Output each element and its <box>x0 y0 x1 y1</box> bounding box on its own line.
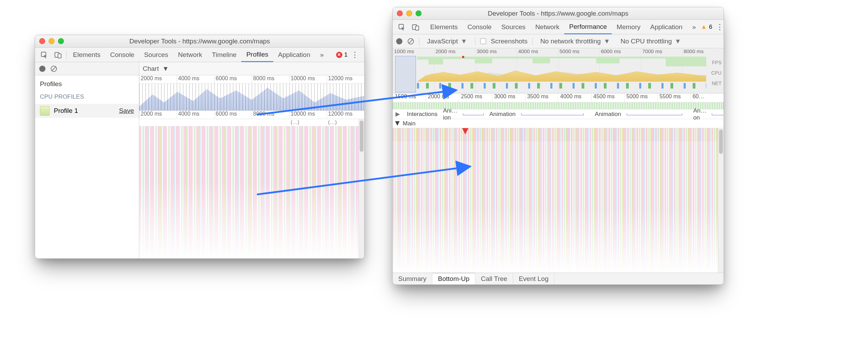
axis-tick: 2000 ms <box>426 93 459 102</box>
more-menu-icon[interactable]: ⋮ <box>348 50 362 59</box>
vertical-scrollbar[interactable] <box>359 119 364 258</box>
screenshots-checkbox[interactable] <box>480 38 486 44</box>
axis-tick: 6000 ms <box>214 75 252 83</box>
dropdown-label: No network throttling <box>540 38 601 45</box>
tab-bottom-up[interactable]: Bottom-Up <box>432 273 475 284</box>
tab-summary[interactable]: Summary <box>393 273 432 284</box>
chart-view-dropdown[interactable]: Chart ▼ <box>139 62 364 75</box>
titlebar[interactable]: Developer Tools - https://www.google.com… <box>393 7 724 20</box>
frames-track[interactable] <box>393 102 724 109</box>
more-menu-icon[interactable]: ⋮ <box>712 23 724 32</box>
interactions-row[interactable]: ▶ Interactions Ani…ion Animation Animati… <box>393 109 724 119</box>
axis-tick: 6000 ms <box>600 48 641 56</box>
tab-profiles[interactable]: Profiles <box>241 48 273 62</box>
animation-range <box>521 113 584 115</box>
dropdown-label: JavaScript <box>427 38 458 45</box>
sidebar-heading: Profiles <box>35 75 139 91</box>
axis-tick: 2000 ms <box>434 48 475 56</box>
axis-tick: 6000 ms <box>214 111 252 119</box>
titlebar[interactable]: Developer Tools - https://www.google.com… <box>35 35 364 48</box>
tab-elements[interactable]: Elements <box>68 48 105 62</box>
profile-list-item[interactable]: Profile 1 Save <box>35 104 139 118</box>
tab-network[interactable]: Network <box>531 20 565 34</box>
tabs-overflow[interactable]: » <box>687 20 701 34</box>
fps-label: FPS <box>711 57 721 68</box>
main-thread-row-header[interactable]: ▶ Main <box>393 119 724 128</box>
axis-tick: 2000 ms <box>139 111 177 119</box>
axis-tick: 5000 ms <box>558 48 600 56</box>
cpu-overview-chart[interactable] <box>139 84 364 111</box>
cpu-label: CPU <box>711 68 721 78</box>
close-window-button[interactable] <box>39 38 45 44</box>
clear-icon[interactable] <box>50 65 57 72</box>
tab-timeline[interactable]: Timeline <box>207 48 241 62</box>
tab-console[interactable]: Console <box>105 48 139 62</box>
screenshots-label: Screenshots <box>491 38 528 45</box>
detail-time-axis: 1500 ms 2000 ms 2500 ms 3000 ms 3500 ms … <box>393 93 724 102</box>
animation-label: Animation <box>489 111 516 118</box>
tab-application[interactable]: Application <box>645 20 687 34</box>
chart-view-label: Chart <box>143 65 159 73</box>
axis-tick: 60… <box>691 93 724 102</box>
overview-strip[interactable]: 1000 ms 2000 ms 3000 ms 4000 ms 5000 ms … <box>393 48 724 93</box>
tab-sources[interactable]: Sources <box>139 48 173 62</box>
axis-tick: 8000 ms <box>682 48 724 56</box>
inspect-element-icon[interactable] <box>37 51 51 58</box>
vertical-scrollbar[interactable] <box>718 128 724 273</box>
sidebar-toolbar <box>35 62 139 75</box>
interactions-label: Interactions <box>407 111 437 118</box>
tabs-overflow[interactable]: » <box>315 48 329 62</box>
toggle-device-icon[interactable] <box>409 24 423 31</box>
window-controls <box>397 10 422 16</box>
axis-tick: 2000 ms <box>139 75 177 83</box>
axis-tick: 12000 ms <box>327 75 364 83</box>
record-button[interactable] <box>39 66 45 72</box>
flame-chart[interactable]: (…) (…) <box>139 119 364 258</box>
profiles-body: Profiles CPU PROFILES Profile 1 Save Cha… <box>35 62 364 258</box>
minimize-window-button[interactable] <box>406 10 412 16</box>
zoom-window-button[interactable] <box>416 10 422 16</box>
tab-elements[interactable]: Elements <box>425 20 462 34</box>
separator <box>66 51 67 59</box>
sidebar-section-cpu: CPU PROFILES <box>35 91 139 104</box>
profile-save-link[interactable]: Save <box>119 107 134 115</box>
minimize-window-button[interactable] <box>49 38 55 44</box>
net-track <box>417 83 706 89</box>
main-flame-chart[interactable] <box>393 128 724 273</box>
overview-time-axis: 2000 ms 4000 ms 6000 ms 8000 ms 10000 ms… <box>139 75 364 84</box>
performance-toolbar: JavaScript ▼ Screenshots No network thro… <box>393 34 724 48</box>
axis-tick: 4000 ms <box>177 111 214 119</box>
axis-tick: 7000 ms <box>641 48 682 56</box>
devtools-window-profiles: Developer Tools - https://www.google.com… <box>35 35 365 259</box>
disclosure-right-icon[interactable]: ▶ <box>395 110 400 118</box>
network-throttle-dropdown[interactable]: No network throttling ▼ <box>537 37 613 46</box>
tab-call-tree[interactable]: Call Tree <box>475 273 513 284</box>
warning-badge[interactable]: ▲ 6 <box>701 23 712 31</box>
disclosure-down-icon[interactable]: ▶ <box>394 121 401 126</box>
error-count: 1 <box>344 51 348 58</box>
clear-icon[interactable] <box>407 38 414 45</box>
detail-time-axis: 2000 ms 4000 ms 6000 ms 8000 ms 10000 ms… <box>139 111 364 119</box>
window-title: Developer Tools - https://www.google.com… <box>393 10 724 17</box>
animation-label: An…on <box>693 107 707 121</box>
error-badge[interactable]: ✕ 1 <box>336 51 348 58</box>
axis-tick: 4000 ms <box>517 48 558 56</box>
axis-tick: 5500 ms <box>657 93 690 102</box>
tab-memory[interactable]: Memory <box>612 20 645 34</box>
zoom-window-button[interactable] <box>58 38 64 44</box>
close-window-button[interactable] <box>397 10 403 16</box>
overview-selection[interactable] <box>395 56 416 92</box>
toggle-device-icon[interactable] <box>51 51 65 58</box>
tab-event-log[interactable]: Event Log <box>513 273 554 284</box>
window-title: Developer Tools - https://www.google.com… <box>35 38 364 45</box>
inspect-element-icon[interactable] <box>395 24 409 31</box>
axis-tick: 3000 ms <box>475 48 517 56</box>
record-button[interactable] <box>396 38 402 44</box>
capture-type-dropdown[interactable]: JavaScript ▼ <box>424 37 470 46</box>
tab-sources[interactable]: Sources <box>496 20 531 34</box>
tab-performance[interactable]: Performance <box>564 20 612 34</box>
cpu-throttle-dropdown[interactable]: No CPU throttling ▼ <box>618 37 684 46</box>
tab-network[interactable]: Network <box>173 48 207 62</box>
tab-console[interactable]: Console <box>462 20 496 34</box>
tab-application[interactable]: Application <box>273 48 315 62</box>
